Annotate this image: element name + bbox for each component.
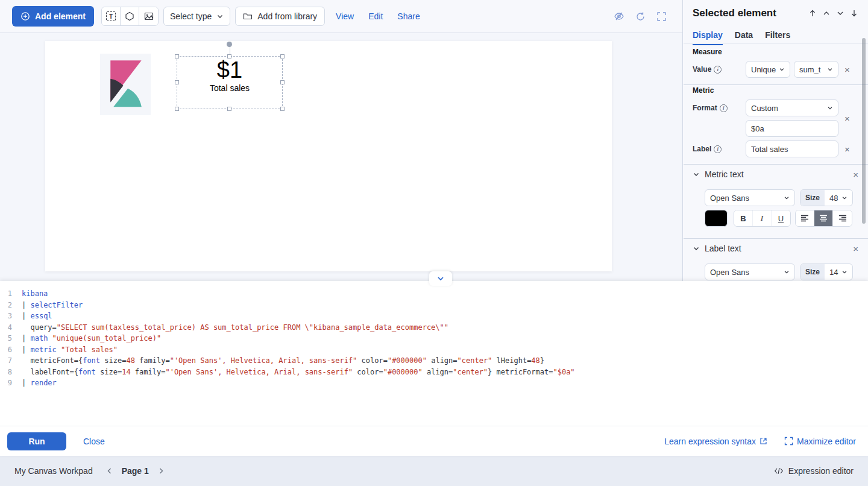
label-label: Label xyxy=(693,145,722,153)
select-type-dropdown[interactable]: Select type xyxy=(163,7,230,26)
workpad-area[interactable]: $1 Total sales xyxy=(0,33,682,281)
size-label: Size xyxy=(800,190,825,206)
learn-expression-syntax-link[interactable]: Learn expression syntax xyxy=(664,437,767,446)
hide-filters-icon[interactable] xyxy=(614,11,624,22)
resize-handle-ne[interactable] xyxy=(280,54,285,58)
move-to-top-icon[interactable] xyxy=(808,9,817,17)
resize-handle-w[interactable] xyxy=(175,80,179,84)
code-line: 3| essql xyxy=(0,311,868,322)
underline-button[interactable]: U xyxy=(772,210,790,226)
chevron-down-icon xyxy=(827,105,833,111)
metric-size-control[interactable]: Size 48 xyxy=(800,189,853,206)
add-element-button[interactable]: Add element xyxy=(12,6,94,27)
expression-editor-toggle[interactable]: Expression editor xyxy=(774,466,854,476)
add-from-library-label: Add from library xyxy=(257,11,317,21)
add-from-library-button[interactable]: Add from library xyxy=(235,7,325,26)
element-order-controls xyxy=(808,9,858,17)
image-element[interactable] xyxy=(100,54,151,115)
menu-edit[interactable]: Edit xyxy=(368,11,383,21)
maximize-icon xyxy=(784,437,793,446)
bold-button[interactable]: B xyxy=(734,210,753,226)
format-value-input[interactable] xyxy=(746,120,838,137)
size-label: Size xyxy=(800,264,825,280)
align-left-button[interactable] xyxy=(796,210,814,226)
workpad-page[interactable]: $1 Total sales xyxy=(45,41,612,271)
resize-handle-se[interactable] xyxy=(280,107,285,111)
align-center-button[interactable] xyxy=(814,210,833,226)
label-font-dropdown[interactable]: Open Sans xyxy=(705,264,795,280)
code-line: 4 query="SELECT sum(taxless_total_price)… xyxy=(0,322,868,333)
workpad-name[interactable]: My Canvas Workpad xyxy=(14,466,93,476)
move-up-icon[interactable] xyxy=(822,9,831,17)
workpad-footer: My Canvas Workpad Page 1 Expression edit… xyxy=(0,456,868,486)
resize-handle-sw[interactable] xyxy=(175,107,179,111)
panel-title: Selected element xyxy=(693,7,776,19)
value-field-dropdown[interactable]: sum_t xyxy=(794,61,838,78)
italic-button[interactable]: I xyxy=(753,210,772,226)
divider xyxy=(684,43,868,43)
selected-metric-element[interactable]: $1 Total sales xyxy=(177,56,283,109)
next-page-icon[interactable] xyxy=(157,467,165,475)
image-element-button[interactable] xyxy=(139,7,158,25)
canvas-app: Add element Select type Add from library… xyxy=(0,0,868,486)
remove-label-button[interactable] xyxy=(844,145,850,154)
remove-label-text-button[interactable] xyxy=(853,244,858,253)
page-label[interactable]: Page 1 xyxy=(122,466,149,476)
code-line: 5| math "unique(sum_total_price)" xyxy=(0,333,868,344)
metric-heading: Metric xyxy=(693,86,714,95)
metric-style-group: B I U xyxy=(734,210,791,227)
code-line: 6| metric "Total sales" xyxy=(0,344,868,356)
label-size-control[interactable]: Size 14 xyxy=(800,264,853,280)
resize-handle-nw[interactable] xyxy=(175,54,179,58)
measure-heading: Measure xyxy=(693,48,722,56)
text-element-icon xyxy=(106,11,116,21)
collapse-editor-button[interactable] xyxy=(429,271,452,286)
resize-handle-e[interactable] xyxy=(280,80,285,84)
fullscreen-icon[interactable] xyxy=(656,11,667,22)
close-link[interactable]: Close xyxy=(83,437,105,446)
move-down-icon[interactable] xyxy=(836,9,844,17)
info-icon xyxy=(720,104,728,112)
menu-share[interactable]: Share xyxy=(397,11,420,21)
metric-font-dropdown[interactable]: Open Sans xyxy=(705,189,795,206)
metric-element-content: $1 Total sales xyxy=(177,57,282,109)
metric-color-swatch[interactable] xyxy=(705,210,728,227)
format-dropdown[interactable]: Custom xyxy=(746,99,838,116)
remove-format-button[interactable] xyxy=(844,114,850,123)
remove-value-button[interactable] xyxy=(844,65,850,74)
shape-element-button[interactable] xyxy=(121,7,139,25)
panel-scrollbar[interactable] xyxy=(862,38,866,224)
run-button[interactable]: Run xyxy=(7,432,66,450)
rotate-handle[interactable] xyxy=(227,42,232,47)
previous-page-icon[interactable] xyxy=(106,467,113,475)
select-type-label: Select type xyxy=(170,11,212,21)
maximize-editor-link[interactable]: Maximize editor xyxy=(784,437,856,446)
metric-text-header[interactable]: Metric text xyxy=(693,169,858,179)
move-to-bottom-icon[interactable] xyxy=(850,9,858,17)
resize-handle-s[interactable] xyxy=(227,107,231,111)
metric-value: $1 xyxy=(217,57,242,83)
editor-actions-bar: Run Close Learn expression syntax Maximi… xyxy=(0,426,868,456)
code-line: 2| selectFilter xyxy=(0,300,868,311)
label-text-header[interactable]: Label text xyxy=(693,244,858,253)
top-toolbar: Add element Select type Add from library… xyxy=(0,0,682,33)
code-line: 8 labelFont={font size=14 family="'Open … xyxy=(0,367,868,378)
label-value-input[interactable] xyxy=(746,140,838,157)
code-line: 1kibana xyxy=(0,288,868,300)
resize-handle-n[interactable] xyxy=(227,54,231,58)
info-icon xyxy=(714,145,722,153)
format-label: Format xyxy=(693,104,728,112)
refresh-icon[interactable] xyxy=(635,11,646,22)
expression-code-input[interactable]: 1kibana2| selectFilter3| essql4 query="S… xyxy=(0,288,868,400)
code-line: 9| render xyxy=(0,377,868,389)
value-agg-dropdown[interactable]: Unique xyxy=(746,61,790,78)
plus-circle-icon xyxy=(20,11,30,21)
divider xyxy=(684,238,868,239)
chevron-down-icon xyxy=(827,66,833,72)
align-right-button[interactable] xyxy=(833,210,852,226)
remove-metric-text-button[interactable] xyxy=(853,170,858,179)
code-icon xyxy=(774,467,784,475)
text-element-button[interactable] xyxy=(102,7,121,25)
external-link-icon xyxy=(760,437,767,445)
menu-view[interactable]: View xyxy=(336,11,354,21)
